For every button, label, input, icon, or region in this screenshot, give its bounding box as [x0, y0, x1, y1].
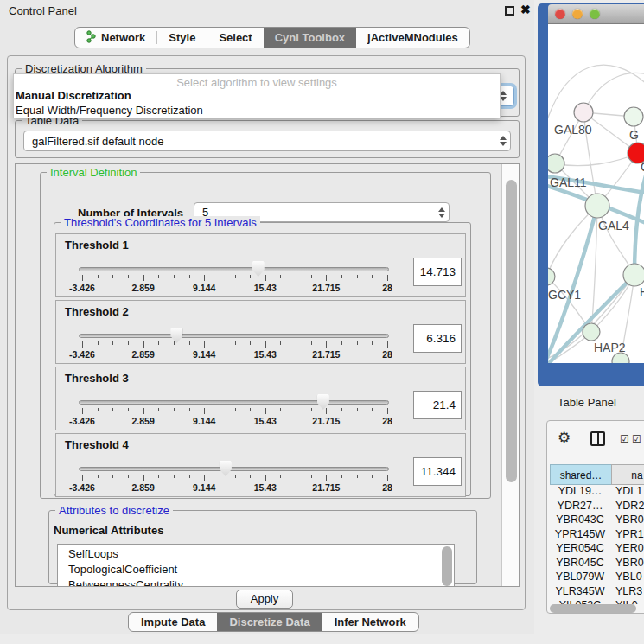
threshold-value-field[interactable]: 14.713	[413, 258, 462, 286]
threshold-panel: Threshold 1-3.4262.8599.14415.4321.71528…	[55, 233, 466, 297]
scrollbar-track[interactable]	[501, 164, 520, 586]
slider-tick	[220, 475, 220, 478]
slider-tick	[296, 341, 296, 345]
minimize-traffic-light[interactable]	[572, 9, 583, 19]
threshold-value-field[interactable]: 21.4	[413, 391, 462, 419]
algorithm-dropdown-popup: Select algorithm to view settings Manual…	[13, 73, 501, 118]
cell-name: YBR0	[610, 557, 644, 569]
table-row[interactable]: YBR043CYBR0	[550, 513, 644, 528]
cell-name: YBL0	[610, 571, 642, 583]
slider-tick	[357, 341, 358, 345]
threshold-value-field[interactable]: 6.316	[413, 324, 462, 353]
close-traffic-light[interactable]	[555, 9, 565, 19]
slider-tick	[280, 475, 281, 478]
table-row[interactable]: YDL19…YDL1	[550, 485, 644, 500]
zoom-traffic-light[interactable]	[590, 9, 600, 19]
network-node-h[interactable]	[623, 264, 644, 286]
network-edge	[555, 153, 638, 166]
slider-thumb[interactable]	[317, 394, 329, 410]
network-node-gal80[interactable]	[574, 103, 593, 122]
split-columns-icon[interactable]	[590, 431, 605, 446]
slider-tick	[326, 275, 327, 281]
network-node-gal11[interactable]	[548, 154, 564, 173]
slider-tick	[311, 341, 312, 345]
tab-cyni-toolbox[interactable]: Cyni Toolbox	[264, 28, 356, 48]
tab-select[interactable]: Select	[207, 28, 263, 48]
column-header-shared-name[interactable]: shared…	[550, 464, 612, 485]
table-row[interactable]: YDR27…YDR2	[550, 500, 644, 514]
slider-track[interactable]	[79, 467, 389, 471]
table-row[interactable]: YLR345WYLR3	[550, 585, 644, 600]
slider-tick-label: -3.426	[69, 416, 95, 426]
attribute-list-item[interactable]: SelfLoops	[58, 546, 454, 562]
slider-tick	[357, 275, 358, 278]
slider-tick	[220, 341, 220, 345]
bottom-tab-bar: Impute DataDiscretize DataInfer Network	[128, 612, 419, 632]
slider-thumb[interactable]	[220, 461, 232, 476]
checkbox-icon[interactable]: ☑	[620, 433, 629, 445]
tab-discretize-data[interactable]: Discretize Data	[217, 613, 322, 631]
tab-jactivemnodules[interactable]: jActiveMNodules	[356, 28, 469, 48]
slider-tick	[158, 341, 159, 345]
slider-tick	[143, 341, 144, 348]
slider-tick-label: 21.715	[312, 283, 340, 293]
float-window-icon[interactable]	[505, 6, 514, 16]
numerical-attributes-list[interactable]: SelfLoopsTopologicalCoefficientBetweenne…	[57, 544, 455, 587]
table-row[interactable]: YPR145WYPR1	[550, 528, 644, 543]
threshold-value-field[interactable]: 11.344	[413, 457, 462, 486]
slider-track[interactable]	[79, 334, 389, 338]
cell-shared-name: YBR045C	[550, 557, 610, 569]
slider-tick	[220, 408, 220, 411]
network-edge	[548, 206, 597, 277]
slider-tick-label: 2.859	[131, 349, 154, 360]
network-window-titlebar[interactable]	[548, 4, 644, 24]
node-label-gal80: GAL80	[554, 123, 592, 137]
attribute-list-item[interactable]: BetweennessCentrality	[58, 577, 454, 587]
network-node-g[interactable]	[624, 107, 643, 126]
scrollbar-thumb[interactable]	[506, 180, 517, 482]
tab-infer-network[interactable]: Infer Network	[322, 613, 418, 631]
network-node-gal4[interactable]	[585, 194, 609, 218]
slider-tick-label: -3.426	[69, 283, 95, 293]
slider-thumb[interactable]	[252, 261, 265, 277]
slider-tick-label: 9.144	[193, 283, 215, 293]
algorithm-option[interactable]: Equal Width/Frequency Discretization	[14, 103, 500, 118]
node-label-h: H	[640, 285, 644, 299]
tab-impute-data[interactable]: Impute Data	[129, 613, 217, 631]
apply-button[interactable]: Apply	[236, 590, 293, 609]
network-canvas[interactable]: GAL80GCGAL11GAL4GCY1HHAP2	[548, 24, 644, 363]
node-label-c: C	[641, 160, 644, 174]
table-row[interactable]: YBL079WYBL0	[550, 571, 644, 585]
settings-gear-icon[interactable]: ⚙	[558, 429, 571, 447]
table-row[interactable]: YBR045CYBR0	[550, 557, 644, 571]
tab-style[interactable]: Style	[157, 28, 207, 48]
cell-shared-name: YER054C	[550, 542, 610, 554]
network-node-hap2[interactable]	[583, 323, 600, 341]
algorithm-option[interactable]: Manual Discretization	[14, 88, 500, 103]
table-hscrollbar-thumb[interactable]	[550, 604, 636, 613]
list-scrollbar-thumb[interactable]	[442, 546, 452, 586]
slider-tick	[357, 408, 358, 411]
slider-tick	[296, 408, 296, 411]
attribute-list-item[interactable]: TopologicalCoefficient	[58, 562, 454, 577]
slider-tick-label: 21.715	[312, 482, 340, 493]
tab-network[interactable]: Network	[75, 28, 156, 48]
column-header-name[interactable]: na	[611, 464, 644, 485]
threshold-label: Threshold 1	[65, 239, 129, 252]
cell-name: YLR3	[610, 585, 642, 597]
checkbox-icon[interactable]: ☑	[632, 433, 641, 445]
slider-track[interactable]	[79, 400, 389, 405]
up-arrow-icon	[500, 91, 507, 95]
network-node-gcy1[interactable]	[548, 268, 555, 285]
slider-tick	[250, 475, 251, 478]
slider-thumb[interactable]	[170, 328, 182, 343]
node-label-gal11: GAL11	[550, 175, 587, 189]
slider-tick	[128, 341, 129, 345]
table-data-combobox[interactable]: galFiltered.sif default node	[23, 131, 511, 151]
slider-track[interactable]	[79, 267, 389, 271]
table-panel-toolbar: ⚙ ☑ ☑	[547, 421, 644, 459]
slider-tick	[341, 408, 342, 411]
table-row[interactable]: YER054CYER0	[550, 542, 644, 557]
slider-tick	[82, 408, 83, 414]
close-icon[interactable]: ✖	[520, 3, 531, 16]
